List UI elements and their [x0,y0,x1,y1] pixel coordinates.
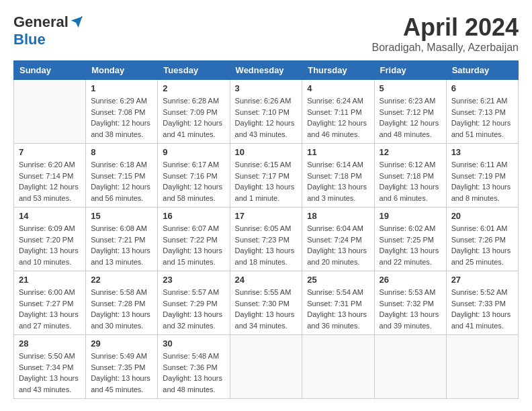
calendar-cell: 21Sunrise: 6:00 AMSunset: 7:27 PMDayligh… [14,271,86,335]
calendar-cell: 7Sunrise: 6:20 AMSunset: 7:14 PMDaylight… [14,144,86,208]
calendar-cell: 30Sunrise: 5:48 AMSunset: 7:36 PMDayligh… [158,335,230,399]
day-info: Sunrise: 6:26 AMSunset: 7:10 PMDaylight:… [235,95,298,140]
calendar-cell: 6Sunrise: 6:21 AMSunset: 7:13 PMDaylight… [446,80,518,144]
day-number: 8 [91,147,152,157]
day-info: Sunrise: 6:29 AMSunset: 7:08 PMDaylight:… [91,95,152,140]
day-info: Sunrise: 6:14 AMSunset: 7:18 PMDaylight:… [307,159,369,203]
day-number: 13 [451,147,513,157]
day-header-monday: Monday [86,61,158,80]
page-header: General Blue April 2024 Boradigah, Masal… [13,13,519,54]
calendar-cell: 18Sunrise: 6:04 AMSunset: 7:24 PMDayligh… [302,208,374,271]
day-number: 15 [91,211,152,221]
calendar-cell: 12Sunrise: 6:12 AMSunset: 7:18 PMDayligh… [374,144,446,208]
calendar-cell: 15Sunrise: 6:08 AMSunset: 7:21 PMDayligh… [86,208,158,271]
calendar-header-row: SundayMondayTuesdayWednesdayThursdayFrid… [14,61,519,80]
calendar-cell: 13Sunrise: 6:11 AMSunset: 7:19 PMDayligh… [446,144,518,208]
day-number: 27 [451,275,513,285]
day-number: 24 [235,275,298,285]
logo-blue-text: Blue [13,31,46,48]
day-info: Sunrise: 6:00 AMSunset: 7:27 PMDaylight:… [19,287,81,331]
day-number: 18 [307,211,369,221]
calendar-cell: 1Sunrise: 6:29 AMSunset: 7:08 PMDaylight… [86,80,158,144]
day-number: 20 [451,211,513,221]
day-number: 22 [91,275,152,285]
calendar-cell: 9Sunrise: 6:17 AMSunset: 7:16 PMDaylight… [158,144,230,208]
calendar-cell [446,335,518,399]
calendar-cell: 22Sunrise: 5:58 AMSunset: 7:28 PMDayligh… [86,271,158,335]
day-info: Sunrise: 5:48 AMSunset: 7:36 PMDaylight:… [163,351,224,395]
calendar-cell: 26Sunrise: 5:53 AMSunset: 7:32 PMDayligh… [374,271,446,335]
day-number: 16 [163,211,224,221]
day-number: 29 [91,338,152,349]
day-info: Sunrise: 5:49 AMSunset: 7:35 PMDaylight:… [91,351,152,395]
calendar-week-1: 1Sunrise: 6:29 AMSunset: 7:08 PMDaylight… [14,80,519,144]
calendar-cell: 24Sunrise: 5:55 AMSunset: 7:30 PMDayligh… [230,271,302,335]
day-info: Sunrise: 5:53 AMSunset: 7:32 PMDaylight:… [380,287,441,331]
day-info: Sunrise: 5:52 AMSunset: 7:33 PMDaylight:… [451,287,513,331]
day-number: 7 [19,147,81,157]
day-info: Sunrise: 6:08 AMSunset: 7:21 PMDaylight:… [91,223,152,267]
calendar-cell: 17Sunrise: 6:05 AMSunset: 7:23 PMDayligh… [230,208,302,271]
day-number: 14 [19,211,81,221]
day-number: 26 [380,275,441,285]
day-number: 21 [19,275,81,285]
day-info: Sunrise: 5:55 AMSunset: 7:30 PMDaylight:… [235,287,298,331]
day-header-tuesday: Tuesday [158,61,230,80]
calendar-cell: 4Sunrise: 6:24 AMSunset: 7:11 PMDaylight… [302,80,374,144]
logo: General Blue [13,13,83,48]
day-number: 17 [235,211,298,221]
calendar-cell: 19Sunrise: 6:02 AMSunset: 7:25 PMDayligh… [374,208,446,271]
calendar-cell [302,335,374,399]
day-info: Sunrise: 6:15 AMSunset: 7:17 PMDaylight:… [235,159,298,203]
calendar-cell: 23Sunrise: 5:57 AMSunset: 7:29 PMDayligh… [158,271,230,335]
day-info: Sunrise: 6:01 AMSunset: 7:26 PMDaylight:… [451,223,513,267]
day-info: Sunrise: 6:09 AMSunset: 7:20 PMDaylight:… [19,223,81,267]
day-info: Sunrise: 5:57 AMSunset: 7:29 PMDaylight:… [163,287,224,331]
calendar-cell: 14Sunrise: 6:09 AMSunset: 7:20 PMDayligh… [14,208,86,271]
day-info: Sunrise: 6:11 AMSunset: 7:19 PMDaylight:… [451,159,513,203]
calendar-cell [230,335,302,399]
day-number: 2 [163,83,224,93]
day-number: 30 [163,338,224,349]
day-number: 3 [235,83,298,93]
day-info: Sunrise: 6:07 AMSunset: 7:22 PMDaylight:… [163,223,224,267]
day-number: 28 [19,338,81,349]
day-info: Sunrise: 6:21 AMSunset: 7:13 PMDaylight:… [451,95,513,140]
day-info: Sunrise: 6:12 AMSunset: 7:18 PMDaylight:… [380,159,441,203]
day-number: 23 [163,275,224,285]
day-number: 25 [307,275,369,285]
day-number: 5 [380,83,441,93]
day-info: Sunrise: 6:28 AMSunset: 7:09 PMDaylight:… [163,95,224,140]
day-info: Sunrise: 6:24 AMSunset: 7:11 PMDaylight:… [307,95,369,140]
logo-general-text: General [13,13,69,31]
calendar-cell: 3Sunrise: 6:26 AMSunset: 7:10 PMDaylight… [230,80,302,144]
calendar-week-2: 7Sunrise: 6:20 AMSunset: 7:14 PMDaylight… [14,144,519,208]
day-number: 6 [451,83,513,93]
day-info: Sunrise: 5:58 AMSunset: 7:28 PMDaylight:… [91,287,152,331]
day-info: Sunrise: 6:18 AMSunset: 7:15 PMDaylight:… [91,159,152,203]
calendar-cell: 28Sunrise: 5:50 AMSunset: 7:34 PMDayligh… [14,335,86,399]
day-number: 9 [163,147,224,157]
calendar-cell [14,80,86,144]
day-info: Sunrise: 6:23 AMSunset: 7:12 PMDaylight:… [380,95,441,140]
calendar-week-5: 28Sunrise: 5:50 AMSunset: 7:34 PMDayligh… [14,335,519,399]
day-info: Sunrise: 6:02 AMSunset: 7:25 PMDaylight:… [380,223,441,267]
calendar-cell: 11Sunrise: 6:14 AMSunset: 7:18 PMDayligh… [302,144,374,208]
day-number: 1 [91,83,152,93]
logo-bird-icon [70,15,83,29]
day-header-wednesday: Wednesday [230,61,302,80]
calendar-table: SundayMondayTuesdayWednesdayThursdayFrid… [13,60,519,399]
calendar-cell: 25Sunrise: 5:54 AMSunset: 7:31 PMDayligh… [302,271,374,335]
day-number: 19 [380,211,441,221]
calendar-cell: 27Sunrise: 5:52 AMSunset: 7:33 PMDayligh… [446,271,518,335]
day-header-sunday: Sunday [14,61,86,80]
day-number: 11 [307,147,369,157]
calendar-cell: 20Sunrise: 6:01 AMSunset: 7:26 PMDayligh… [446,208,518,271]
calendar-cell [374,335,446,399]
calendar-week-3: 14Sunrise: 6:09 AMSunset: 7:20 PMDayligh… [14,208,519,271]
calendar-week-4: 21Sunrise: 6:00 AMSunset: 7:27 PMDayligh… [14,271,519,335]
calendar-cell: 5Sunrise: 6:23 AMSunset: 7:12 PMDaylight… [374,80,446,144]
day-info: Sunrise: 6:05 AMSunset: 7:23 PMDaylight:… [235,223,298,267]
day-info: Sunrise: 6:20 AMSunset: 7:14 PMDaylight:… [19,159,81,203]
location-title: Boradigah, Masally, Azerbaijan [372,42,519,54]
